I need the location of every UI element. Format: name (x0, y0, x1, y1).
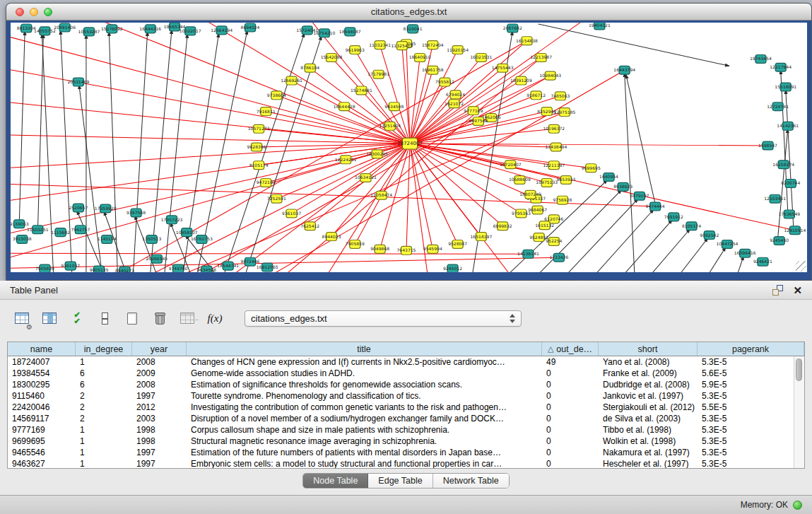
graph-node-label: 10571273 (248, 126, 270, 131)
table-cell: Jankovic et al. (1997) (599, 390, 698, 402)
function-builder-icon[interactable]: f(x) (206, 309, 224, 327)
graph-edge (11, 134, 410, 144)
tab-node-table[interactable]: Node Table (303, 474, 368, 488)
graph-node-label: 7625412 (300, 223, 319, 228)
column-header-in_degree[interactable]: in_degree (76, 342, 132, 356)
graph-edge (596, 209, 654, 272)
table-cell: Hescheler et al. (1997) (599, 458, 698, 469)
column-header-pagerank[interactable]: pagerank (698, 342, 804, 356)
column-header-name[interactable]: name (8, 342, 76, 356)
graph-node-label: 16443794 (613, 67, 635, 72)
column-header-title[interactable]: title (187, 342, 542, 356)
row-height-icon[interactable] (95, 309, 114, 327)
graph-node-label: 9186712 (526, 93, 546, 98)
graph-node-label: 7485063 (551, 93, 570, 98)
table-cell: 1998 (132, 424, 187, 436)
close-panel-icon[interactable]: ✕ (793, 285, 802, 296)
graph-node-label: 1115682 (51, 230, 70, 235)
table-row[interactable]: 911546021997Tourette syndrome. Phenomeno… (8, 390, 804, 402)
table-cell: Corpus callosum shape and size in male p… (187, 424, 542, 436)
graph-node-label: 9628396 (247, 144, 266, 149)
graph-node-label: 18544741 (217, 263, 239, 268)
column-header-short[interactable]: short (599, 342, 698, 356)
table-cell: Tourette syndrome. Phenomenology and cla… (187, 390, 542, 402)
table-scrollbar[interactable] (794, 356, 804, 468)
graph-node-label: 6794024 (446, 92, 465, 97)
graph-edge (355, 50, 410, 144)
table-row[interactable]: 1830029562008Estimation of significance … (8, 379, 804, 390)
select-all-icon[interactable]: ✔✔ (68, 309, 86, 327)
table-row[interactable]: 946362711997Embryonic stem cells: a mode… (8, 458, 804, 469)
table-tabbar: Node TableEdge TableNetwork Table (0, 473, 812, 489)
column-header-year[interactable]: year (132, 342, 187, 356)
close-window-button[interactable] (16, 8, 24, 16)
graph-node-label: 14055752 (34, 28, 56, 33)
graph-node-label: 12810514 (784, 228, 806, 233)
graph-node-label: 16518197 (471, 234, 493, 239)
float-panel-icon[interactable] (772, 285, 783, 296)
table-cell: 9465546 (8, 447, 76, 458)
graph-node-label: 9049868 (370, 246, 389, 251)
graph-node-label: 9699695 (582, 165, 601, 170)
graph-node-label: 1640954 (599, 175, 618, 180)
graph-node-label: 8319041 (404, 26, 423, 31)
graph-edge (786, 90, 794, 228)
window-resize-grip[interactable] (796, 261, 806, 271)
table-row[interactable]: 1938455462009Genome-wide association stu… (8, 368, 804, 379)
graph-node-label: 9634508 (197, 267, 216, 272)
table-cell: Genome-wide association studies in ADHD. (187, 368, 542, 379)
table-cell: Tibbo et al. (1998) (599, 424, 698, 436)
graph-node-label: 9634508 (384, 104, 404, 109)
table-row[interactable]: 946554611997Estimation of the future num… (8, 447, 804, 458)
table-cell: 5.3E-5 (698, 390, 804, 402)
table-cell: 5.3E-5 (698, 436, 804, 447)
dropdown-arrows-icon (510, 314, 515, 323)
graph-node-label: 19404321 (589, 23, 611, 28)
table-row[interactable]: 2242004622012Investigating the contribut… (8, 402, 804, 413)
tab-network-table[interactable]: Network Table (433, 474, 509, 488)
column-header-out_de[interactable]: △out_de… (542, 342, 599, 356)
table-scrollbar-thumb[interactable] (796, 358, 802, 381)
graph-node-label: 16754210 (314, 30, 336, 35)
graph-node-label: 16912065 (257, 264, 278, 269)
tab-edge-table[interactable]: Edge Table (368, 474, 433, 488)
graph-node-label: 9653923 (557, 177, 576, 182)
table-settings-icon[interactable]: ⚙ (13, 309, 31, 327)
graph-edge (331, 57, 410, 144)
table-row[interactable]: 969969511998Structural magnetic resonanc… (8, 436, 804, 447)
graph-node-label: 18807249 (519, 192, 541, 197)
table-row[interactable]: 1872400712008Changes of HCN gene express… (8, 356, 804, 368)
table-cell: Wolkin et al. (1998) (599, 436, 698, 447)
table-cell: 2009 (132, 368, 187, 379)
graph-node-label: 9361037 (282, 211, 301, 216)
graph-node-label: 8786104 (300, 65, 319, 70)
table-row[interactable]: 977716911998Corpus callosum shape and si… (8, 424, 804, 436)
graph-node-label: 9528087 (448, 241, 467, 246)
graph-node-label: 8694024 (241, 25, 260, 30)
table-cell: Stergiakouli et al. (2012) (599, 402, 698, 413)
table-cell: 0 (542, 413, 599, 424)
graph-node-label: 9545994 (423, 246, 442, 251)
table-cell: Structural magnetic resonance image aver… (187, 436, 542, 447)
graph-node-label: 9619963 (346, 47, 365, 52)
table-cell: 2008 (132, 356, 187, 368)
delete-table-icon[interactable] (151, 309, 169, 327)
table-selector-dropdown[interactable]: citations_edges.txt (245, 310, 522, 327)
table-cell: 14569117 (8, 413, 76, 424)
graph-edge (11, 253, 528, 254)
create-table-icon[interactable] (123, 309, 141, 327)
graph-node-label: 15274881 (351, 88, 372, 93)
network-window-titlebar[interactable]: citations_edges.txt (6, 4, 811, 21)
import-table-icon (178, 309, 196, 327)
minimize-window-button[interactable] (30, 8, 38, 16)
table-cell: Estimation of significance thresholds fo… (187, 379, 542, 390)
graph-node-label: 9749760 (169, 266, 188, 271)
graph-node-label: 6479197 (630, 193, 649, 198)
network-canvas[interactable]: 8813304140557522089140610553287152760921… (11, 23, 807, 272)
graph-node-label: 7691912 (664, 214, 683, 219)
table-cell: 9699695 (8, 436, 76, 447)
table-cell: 0 (542, 447, 599, 458)
zoom-window-button[interactable] (44, 8, 52, 16)
show-column-icon[interactable] (40, 309, 59, 327)
table-row[interactable]: 1456911722003Disruption of a novel membe… (8, 413, 804, 424)
